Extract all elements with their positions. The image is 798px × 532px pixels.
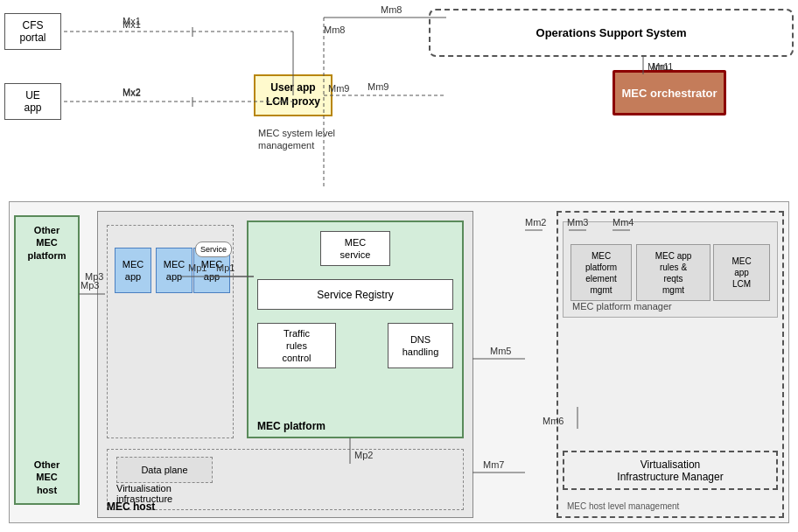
mec-platform-element-mgmt-box: MEC platform element mgmt xyxy=(570,244,632,301)
svg-text:Mm8: Mm8 xyxy=(381,4,402,15)
mm9-label: Mm9 xyxy=(328,83,349,94)
other-mec-platform-label: Other MEC platform xyxy=(28,224,66,262)
service-registry-box: Service Registry xyxy=(257,279,453,310)
mp3-label: Mp3 xyxy=(85,271,103,282)
vim-box: Virtualisation Infrastructure Manager xyxy=(563,451,778,490)
dns-handling-box: DNS handling xyxy=(388,323,453,368)
mx1-label: Mx1 xyxy=(122,19,141,30)
mec-platform-label: MEC platform xyxy=(257,420,326,432)
mm1-label: Mm1 xyxy=(652,61,673,72)
ue-app-box: UE app xyxy=(4,83,61,120)
data-plane-box: Data plane xyxy=(116,457,213,483)
mec-host-level-label: MEC host level management xyxy=(567,501,679,511)
mec-platform-box: MEC service Service Registry Traffic rul… xyxy=(247,220,464,438)
mec-orchestrator-label: MEC orchestrator xyxy=(621,87,717,100)
mec-app-box-1: MEC app xyxy=(115,248,151,293)
mec-apps-area: MEC app MEC app MEC app Service xyxy=(107,225,234,438)
diagram-container: CFS portal UE app User app LCM proxy Ope… xyxy=(0,0,798,532)
other-mec-host-label: Other MEC host xyxy=(34,458,60,496)
mec-app-box-2: MEC app xyxy=(156,248,192,293)
mm8-label: Mm8 xyxy=(324,24,345,35)
other-mec-host-box: Other MEC platform Other MEC host xyxy=(14,215,80,505)
user-app-lcm-label: User app LCM proxy xyxy=(266,81,320,108)
mx2-label: Mx2 xyxy=(122,88,141,98)
bottom-section: Other MEC platform Other MEC host MEC ap… xyxy=(9,201,789,523)
service-badge: Service xyxy=(195,242,232,257)
mec-app-lcm-box: MEC app LCM xyxy=(713,244,770,301)
oss-box: Operations Support System xyxy=(429,9,794,57)
platform-manager-area: MEC platform element mgmt MEC app rules … xyxy=(563,221,778,318)
mec-system-label: MEC system level management xyxy=(258,127,335,152)
mec-platform-manager-label: MEC platform manager xyxy=(572,301,672,312)
ue-app-label: UE app xyxy=(24,89,41,115)
svg-text:Mm9: Mm9 xyxy=(368,81,388,92)
user-app-lcm-box: User app LCM proxy xyxy=(254,74,332,116)
traffic-rules-box: Traffic rules control xyxy=(257,323,336,368)
cfs-portal-label: CFS portal xyxy=(19,19,46,45)
oss-label: Operations Support System xyxy=(536,26,687,39)
virt-infra-outer: Data plane Virtualisation infrastructure xyxy=(107,449,464,510)
mec-service-box: MEC service xyxy=(320,231,390,266)
mec-host-outer: MEC app MEC app MEC app Service MEC serv… xyxy=(97,211,473,518)
mec-orchestrator-box: MEC orchestrator xyxy=(612,70,726,116)
right-panel: MEC platform element mgmt MEC app rules … xyxy=(556,211,784,518)
mec-app-rules-box: MEC app rules & reqts mgmt xyxy=(636,244,710,301)
mec-host-label: MEC host xyxy=(107,500,155,513)
cfs-portal-box: CFS portal xyxy=(4,13,61,50)
